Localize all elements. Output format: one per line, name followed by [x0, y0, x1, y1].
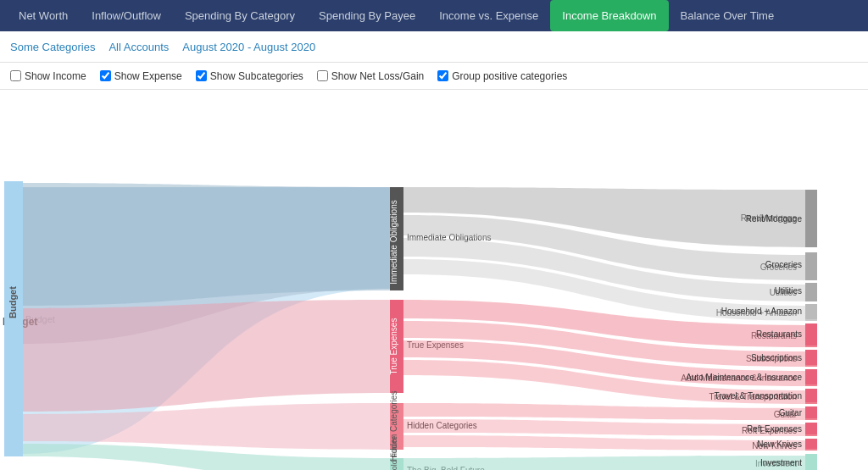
label-knives-r: New Knives	[757, 440, 802, 449]
node-guitar-front	[805, 406, 817, 418]
node-groceries-front	[805, 252, 817, 278]
show-income-checkbox[interactable]	[10, 70, 21, 81]
flow-bbf-investment	[403, 456, 805, 470]
label-reft-r: Reft Expenses	[747, 424, 802, 434]
label-imm: Immediate Obligations	[389, 200, 398, 285]
node-reft-front	[805, 423, 817, 434]
flow-hidden-knives	[403, 435, 805, 451]
flow-b-imm	[23, 183, 390, 306]
show-expense-checkbox[interactable]	[100, 70, 111, 81]
flow-hidden-reft	[403, 419, 805, 436]
sankey-chart: Budget Immediate Obligations True Expens…	[0, 90, 868, 470]
top-nav: Net Worth Inflow/Outflow Spending By Cat…	[0, 0, 868, 31]
nav-income-breakdown[interactable]: Income Breakdown	[550, 0, 668, 31]
label-guitar-r: Guitar	[779, 408, 803, 417]
show-income-label: Show Income	[25, 70, 86, 82]
show-net-loss-label: Show Net Loss/Gain	[331, 70, 424, 82]
filter-show-income[interactable]: Show Income	[10, 70, 86, 82]
nav-balance-over-time[interactable]: Balance Over Time	[669, 0, 787, 31]
subnav-date-range[interactable]: August 2020 - August 2020	[182, 41, 315, 53]
group-positive-label: Group positive categories	[452, 70, 567, 82]
node-utilities-front	[805, 283, 817, 300]
label-investment-r: Investment	[760, 458, 802, 467]
subnav-some-categories[interactable]: Some Categories	[10, 41, 95, 53]
filter-bar: Show Income Show Expense Show Subcategor…	[0, 63, 868, 90]
nav-net-worth[interactable]: Net Worth	[7, 0, 80, 31]
node-investment-front	[805, 454, 817, 470]
show-subcategories-checkbox[interactable]	[196, 70, 207, 81]
flow-hidden-guitar	[403, 403, 805, 420]
flow-b-true	[23, 300, 390, 412]
show-expense-label: Show Expense	[114, 70, 182, 82]
node-knives-front	[805, 439, 817, 449]
group-positive-checkbox[interactable]	[437, 70, 448, 81]
chart-area: Budget Immediate Obligations True Expens…	[0, 90, 868, 470]
filter-show-net-loss[interactable]: Show Net Loss/Gain	[317, 70, 424, 82]
label-bbf: The Big, Bold Future	[390, 436, 398, 470]
filter-show-expense[interactable]: Show Expense	[100, 70, 182, 82]
node-travel-front	[805, 389, 817, 402]
node-restaurants-front	[805, 323, 817, 346]
node-household-front	[805, 304, 817, 319]
label-utilities-r: Utilities	[775, 286, 802, 296]
label-travel-r: Travel & Transportation	[714, 391, 802, 401]
label-restaurants-r: Restaurants	[756, 329, 802, 339]
label-true: True Expenses	[389, 318, 398, 375]
nav-income-vs-expense[interactable]: Income vs. Expense	[427, 0, 550, 31]
label-rent: Rent/Mortgage	[746, 214, 803, 224]
label-budget: Budget	[8, 286, 18, 318]
show-net-loss-checkbox[interactable]	[317, 70, 328, 81]
sub-nav: Some Categories All Accounts August 2020…	[0, 31, 868, 63]
label-auto-r: Auto Maintenance & Insurance	[686, 373, 802, 382]
node-rent-front	[805, 190, 817, 247]
filter-group-positive[interactable]: Group positive categories	[437, 70, 567, 82]
label-groceries-r: Groceries	[765, 260, 802, 269]
show-subcategories-label: Show Subcategories	[210, 70, 303, 82]
nav-spending-by-category[interactable]: Spending By Category	[173, 0, 307, 31]
label-subscriptions-r: Subscriptions	[751, 353, 802, 362]
nav-inflow-outflow[interactable]: Inflow/Outflow	[80, 0, 173, 31]
node-subscriptions-front	[805, 350, 817, 365]
label-household-r: Household + Amazon	[721, 307, 802, 316]
subnav-all-accounts[interactable]: All Accounts	[108, 41, 169, 53]
filter-show-subcategories[interactable]: Show Subcategories	[196, 70, 303, 82]
node-auto-front	[805, 369, 817, 384]
nav-spending-by-payee[interactable]: Spending By Payee	[307, 0, 427, 31]
